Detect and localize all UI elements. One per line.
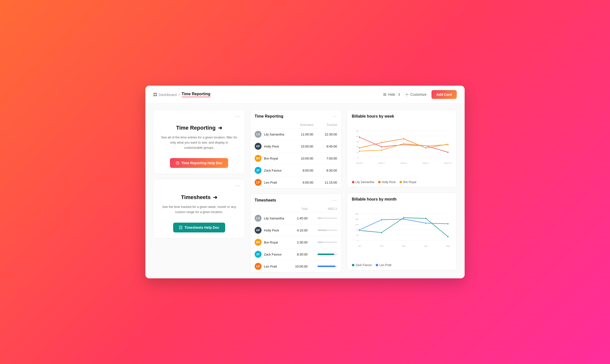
svg-text:May: May xyxy=(446,245,450,247)
cards-grid: ··· Time Reporting ➔ See all of the time… xyxy=(153,109,457,272)
week-chart-legend: Lily SamanthaHolly PeckBre Royal xyxy=(347,178,457,187)
table-row: ZF Zack Favour 8:30:00 xyxy=(250,248,342,260)
timesheets-table-card: Timesheets ··· Total WED,1 L xyxy=(250,193,342,272)
timesheets-info-menu[interactable]: ··· xyxy=(235,183,240,188)
svg-rect-0 xyxy=(153,93,155,94)
main-container: Dashboard / Time Reporting Hide · 3 Cust… xyxy=(145,86,465,278)
timesheets-help-btn[interactable]: Timesheets Help Doc xyxy=(173,223,225,232)
svg-text:Week 9: Week 9 xyxy=(422,162,429,164)
month-chart-legend: Zack FavourLeo Pratt xyxy=(347,261,457,270)
svg-text:0: 0 xyxy=(357,240,359,242)
table-row: BR Bre Royal 2:30:00 xyxy=(250,236,342,248)
table-row: HP Holly Peck 4:15:00 xyxy=(250,224,342,236)
month-chart-svg: 20016012080400JanFebMarAprMay xyxy=(352,204,452,258)
left-column: ··· Time Reporting ➔ See all of the time… xyxy=(153,109,245,272)
svg-point-40 xyxy=(381,149,382,151)
time-reporting-table-card: Time Reporting ··· Estimated Tracked xyxy=(250,109,342,189)
time-reporting-info-menu[interactable]: ··· xyxy=(235,114,240,119)
svg-point-68 xyxy=(403,218,404,220)
table-row: HP Holly Peck 15:00:00 9:45:00 xyxy=(250,140,342,152)
time-reporting-table-menu[interactable]: ··· xyxy=(332,114,337,119)
week-chart-svg: 50403020100Week 6Week 7Week 8Week 9Week … xyxy=(352,121,452,175)
doc-icon xyxy=(179,226,182,229)
svg-text:Feb: Feb xyxy=(380,245,383,247)
legend-item: Lily Samantha xyxy=(352,180,374,184)
svg-point-29 xyxy=(359,136,360,138)
svg-point-70 xyxy=(447,223,448,225)
svg-point-37 xyxy=(425,147,426,149)
time-reporting-help-btn[interactable]: Time Reporting Help Doc xyxy=(170,158,228,168)
svg-text:40: 40 xyxy=(356,135,358,137)
timesheets-table-menu[interactable]: ··· xyxy=(332,198,337,203)
svg-point-42 xyxy=(425,145,426,147)
hide-icon xyxy=(383,93,387,96)
col-wed: WED,1 xyxy=(312,206,341,212)
header: Dashboard / Time Reporting Hide · 3 Cust… xyxy=(145,86,465,104)
svg-text:Mar: Mar xyxy=(402,245,405,247)
customize-button[interactable]: Customize xyxy=(405,93,427,96)
time-reporting-info-desc: See all of the time entries for a given … xyxy=(160,135,238,150)
timesheets-info-header: ··· xyxy=(153,179,245,188)
svg-point-36 xyxy=(403,138,404,139)
table-row: ZF Zack Favour 8:00:00 8:30:00 xyxy=(250,164,342,176)
table-row: BR Bre Royal 10:00:00 7:00:00 xyxy=(250,152,342,164)
svg-point-7 xyxy=(406,94,407,95)
svg-text:Week 7: Week 7 xyxy=(378,162,385,164)
dashboard-icon xyxy=(153,93,157,96)
hide-button[interactable]: Hide · 3 xyxy=(383,93,400,96)
table-row: LS Lily Samantha 11:00:00 12:30:00 xyxy=(250,128,342,140)
time-reporting-table-title: Time Reporting xyxy=(255,114,283,119)
breadcrumb-dashboard[interactable]: Dashboard xyxy=(153,93,177,97)
svg-text:120: 120 xyxy=(355,224,359,226)
col-tracked: Tracked xyxy=(318,122,342,128)
legend-item: Zack Favour xyxy=(352,263,372,267)
svg-point-34 xyxy=(359,147,360,149)
timesheets-table-title: Timesheets xyxy=(255,198,276,202)
svg-text:30: 30 xyxy=(356,141,358,143)
timesheets-info-card: ··· Timesheets ➔ See the time tracked fo… xyxy=(153,179,245,239)
svg-point-30 xyxy=(381,146,382,148)
time-reporting-info-body: Time Reporting ➔ See all of the time ent… xyxy=(153,119,245,174)
billable-week-chart: 50403020100Week 6Week 7Week 8Week 9Week … xyxy=(347,119,457,178)
right-column: Billable hours by week 50403020100Week 6… xyxy=(347,109,457,272)
billable-week-header: Billable hours by week xyxy=(347,110,457,119)
svg-text:20: 20 xyxy=(356,146,358,148)
svg-text:0: 0 xyxy=(357,157,359,159)
header-actions: Hide · 3 Customize Add Card xyxy=(383,90,457,99)
svg-text:160: 160 xyxy=(355,218,359,220)
svg-text:50: 50 xyxy=(356,130,358,132)
arrow-right-icon: ➔ xyxy=(218,125,222,131)
svg-point-39 xyxy=(359,150,360,152)
svg-point-41 xyxy=(403,143,404,144)
legend-item: Leo Pratt xyxy=(376,263,391,267)
svg-text:40: 40 xyxy=(356,234,358,236)
billable-week-title: Billable hours by week xyxy=(352,114,394,119)
svg-text:10: 10 xyxy=(356,151,358,153)
page-title: Time Reporting xyxy=(182,92,210,97)
time-reporting-info-title: Time Reporting ➔ xyxy=(176,125,222,131)
svg-text:80: 80 xyxy=(356,229,358,231)
time-reporting-info-card: ··· Time Reporting ➔ See all of the time… xyxy=(153,109,245,174)
table-row: LP Leo Pratt 10:00:00 xyxy=(250,260,342,272)
col-estimated: Estimated xyxy=(293,122,318,128)
svg-point-43 xyxy=(447,144,448,145)
billable-month-title: Billable hours by month xyxy=(352,197,397,202)
billable-month-card: Billable hours by month 20016012080400Ja… xyxy=(347,192,457,270)
add-card-button[interactable]: Add Card xyxy=(431,90,457,99)
table-row: LS Lily Samantha 1:45:00 xyxy=(250,212,342,224)
legend-item: Bre Royal xyxy=(400,180,416,184)
timesheets-table-header: Timesheets ··· xyxy=(250,194,342,206)
svg-point-69 xyxy=(425,222,426,224)
svg-text:Jan: Jan xyxy=(358,245,361,247)
breadcrumb: Dashboard / Time Reporting xyxy=(153,92,210,97)
timesheets-table: Total WED,1 LS Lily Samantha 1:45:00 HP xyxy=(250,206,342,272)
svg-text:Apr: Apr xyxy=(424,245,427,247)
svg-rect-2 xyxy=(153,95,155,96)
timesheets-info-desc: See the time tracked for a given week, m… xyxy=(160,204,238,215)
content: ··· Time Reporting ➔ See all of the time… xyxy=(145,104,465,278)
time-reporting-table: Estimated Tracked LS Lily Samantha 11:00… xyxy=(250,122,342,188)
svg-point-62 xyxy=(381,232,382,233)
clock-icon xyxy=(176,161,179,165)
svg-rect-1 xyxy=(155,93,157,94)
svg-point-66 xyxy=(359,229,360,230)
